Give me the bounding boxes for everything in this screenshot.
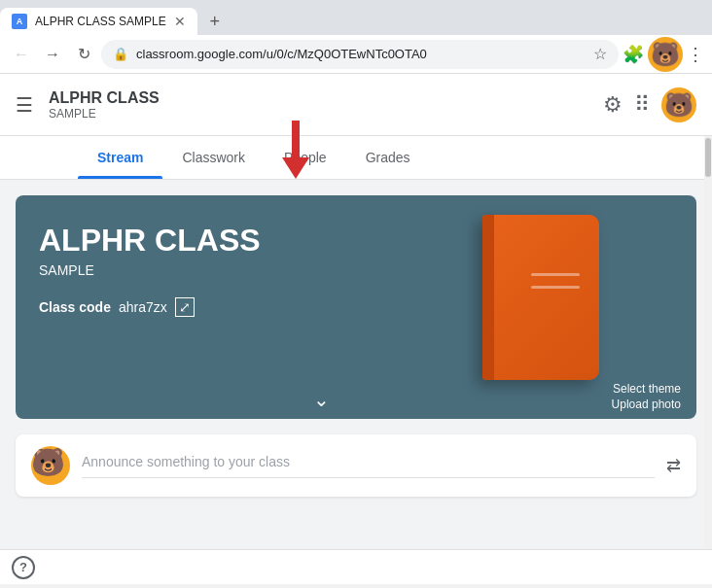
address-bar[interactable]: 🔒 classroom.google.com/u/0/c/MzQ0OTEwNTc… [101,40,619,69]
tab-people[interactable]: People [265,136,346,179]
class-banner-subtitle: SAMPLE [39,262,673,278]
main-content: ALPHR CLASS SAMPLE Class code ahra7zx ⤢ [0,180,712,549]
star-icon[interactable]: ☆ [593,45,607,63]
scrollbar-thumb[interactable] [705,138,711,177]
tab-grades[interactable]: Grades [346,136,430,179]
browser-user-avatar[interactable]: 🐻 [648,37,683,72]
announce-avatar-icon: 🐻 [31,447,65,477]
announce-box: 🐻 Announce something to your class ⇄ [16,434,696,497]
settings-icon[interactable]: ⚙ [603,92,623,118]
new-tab-button[interactable]: + [201,8,229,35]
winnie-avatar: 🐻 [651,41,680,68]
class-code-row: Class code ahra7zx ⤢ [39,297,673,317]
tab-classwork[interactable]: Classwork [162,136,265,179]
extensions-icon[interactable]: 🧩 [623,44,644,65]
browser-menu-button[interactable]: ⋮ [687,44,704,65]
tab-bar: A ALPHR CLASS SAMPLE ✕ + [0,0,712,35]
app-title: ALPHR CLASS SAMPLE [49,89,160,121]
url-text: classroom.google.com/u/0/c/MzQ0OTEwNTc0O… [136,47,586,61]
bottom-bar: ? [0,549,712,584]
class-code-expand-button[interactable]: ⤢ [175,297,195,317]
scrollbar[interactable] [704,136,712,549]
back-button[interactable]: ← [8,41,35,68]
reload-button[interactable]: ↻ [70,41,97,68]
tab-favicon: A [12,14,27,29]
user-avatar-icon: 🐻 [664,91,694,119]
app: ☰ ALPHR CLASS SAMPLE ⚙ ⠿ 🐻 Stream Classw… [0,74,712,584]
google-apps-icon[interactable]: ⠿ [634,92,650,118]
user-avatar[interactable]: 🐻 [661,87,696,122]
lock-icon: 🔒 [113,47,128,61]
help-button[interactable]: ? [12,556,35,579]
browser-tab[interactable]: A ALPHR CLASS SAMPLE ✕ [0,8,197,35]
announce-input[interactable]: Announce something to your class [82,454,655,478]
class-banner: ALPHR CLASS SAMPLE Class code ahra7zx ⤢ [16,195,696,419]
tab-stream[interactable]: Stream [78,136,162,179]
class-banner-title: ALPHR CLASS [39,223,673,259]
top-nav: ☰ ALPHR CLASS SAMPLE ⚙ ⠿ 🐻 [0,74,712,136]
app-title-main: ALPHR CLASS [49,89,160,107]
browser-right-icons: 🧩 🐻 ⋮ [623,37,704,72]
browser-chrome: A ALPHR CLASS SAMPLE ✕ + ← → ↻ 🔒 classro… [0,0,712,74]
repost-icon[interactable]: ⇄ [666,455,681,476]
hamburger-menu-button[interactable]: ☰ [16,93,33,117]
browser-controls: ← → ↻ 🔒 classroom.google.com/u/0/c/MzQ0O… [0,35,712,74]
tabs-bar: Stream Classwork People Grades [0,136,712,180]
class-code-value: ahra7zx [119,299,167,315]
app-title-subtitle: SAMPLE [49,107,160,121]
forward-button[interactable]: → [39,41,66,68]
tab-title: ALPHR CLASS SAMPLE [35,15,166,28]
class-code-label: Class code [39,299,111,315]
top-nav-right: ⚙ ⠿ 🐻 [603,87,696,122]
announce-avatar: 🐻 [31,446,70,485]
class-banner-text: ALPHR CLASS SAMPLE Class code ahra7zx ⤢ [39,223,673,317]
tab-close-button[interactable]: ✕ [174,14,186,29]
